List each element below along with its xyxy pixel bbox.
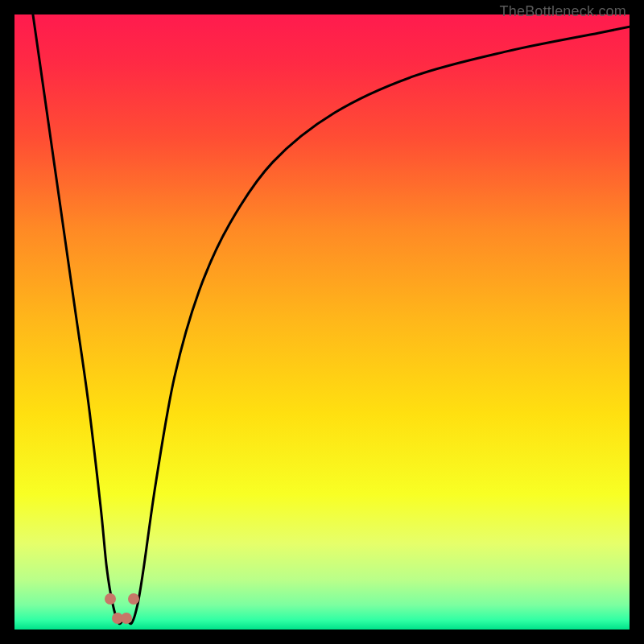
plot-area [14,14,630,630]
site-watermark: TheBottleneck.com [500,3,626,20]
curve-markers [14,14,630,630]
chart-frame: TheBottleneck.com [0,0,644,644]
curve-marker [128,593,139,605]
curve-marker [105,593,116,605]
curve-marker [121,613,132,624]
